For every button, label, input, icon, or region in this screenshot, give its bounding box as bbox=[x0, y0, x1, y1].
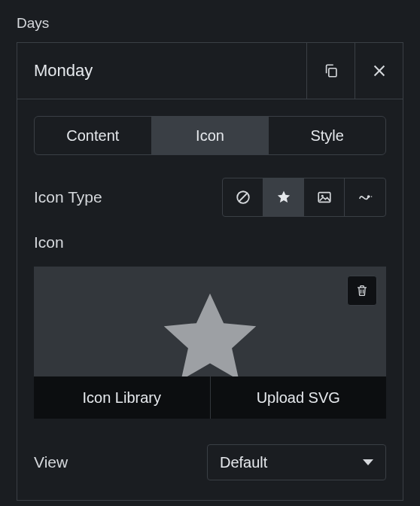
svg-line-2 bbox=[239, 194, 247, 202]
close-icon bbox=[371, 62, 388, 79]
icon-type-lottie[interactable] bbox=[345, 178, 385, 216]
icon-type-group bbox=[222, 178, 386, 217]
tab-content[interactable]: Content bbox=[35, 117, 152, 154]
caret-down-icon bbox=[363, 459, 373, 465]
icon-type-image[interactable] bbox=[304, 178, 345, 216]
svg-rect-0 bbox=[328, 69, 336, 77]
section-label: Days bbox=[17, 15, 403, 32]
icon-preview[interactable] bbox=[34, 267, 386, 376]
icon-type-label: Icon Type bbox=[34, 188, 102, 206]
remove-button[interactable] bbox=[355, 43, 403, 99]
tabs: Content Icon Style bbox=[34, 116, 386, 155]
view-select-value: Default bbox=[220, 454, 267, 471]
image-icon bbox=[316, 189, 333, 206]
item-header: Monday bbox=[17, 43, 403, 99]
upload-svg-button[interactable]: Upload SVG bbox=[211, 376, 387, 419]
icon-preview-actions: Icon Library Upload SVG bbox=[34, 376, 386, 419]
ban-icon bbox=[235, 189, 251, 206]
tab-style[interactable]: Style bbox=[269, 117, 385, 154]
item-title[interactable]: Monday bbox=[17, 43, 306, 99]
repeater-item: Monday Content Icon Style Icon Type bbox=[17, 42, 403, 501]
icon-type-icon[interactable] bbox=[263, 178, 304, 216]
svg-point-6 bbox=[367, 195, 370, 198]
icon-library-button[interactable]: Icon Library bbox=[34, 376, 211, 419]
copy-icon bbox=[323, 62, 339, 79]
view-label: View bbox=[34, 453, 192, 471]
delete-icon-button[interactable] bbox=[347, 276, 377, 306]
icon-type-none[interactable] bbox=[223, 178, 263, 216]
tab-icon[interactable]: Icon bbox=[152, 117, 269, 154]
trash-icon bbox=[355, 284, 369, 297]
star-preview-icon bbox=[154, 283, 266, 376]
view-select[interactable]: Default bbox=[207, 444, 386, 480]
duplicate-button[interactable] bbox=[306, 43, 355, 99]
icon-field-label: Icon bbox=[34, 233, 386, 251]
lottie-icon bbox=[357, 189, 373, 206]
star-icon bbox=[275, 189, 292, 206]
